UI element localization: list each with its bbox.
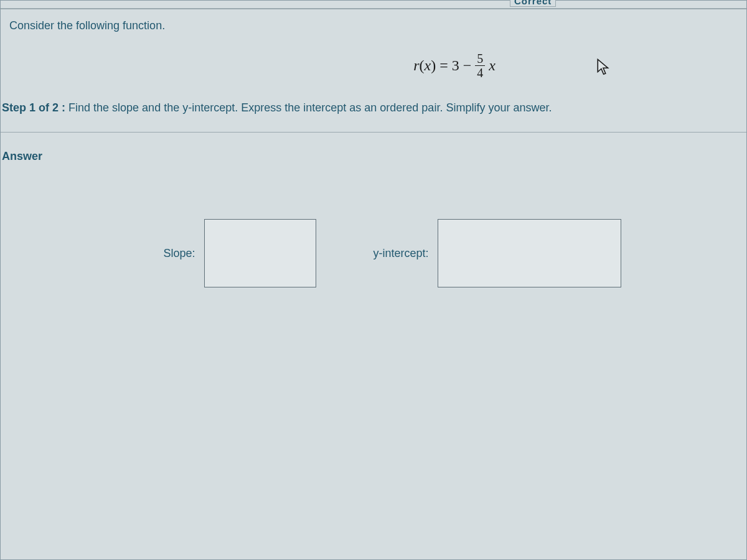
answer-heading: Answer	[1, 133, 746, 163]
func-var: x	[424, 57, 431, 73]
instruction-text: Consider the following function.	[1, 1, 746, 39]
status-badge: Correct	[510, 0, 556, 7]
step-instruction: Step 1 of 2 : Find the slope and the y-i…	[1, 95, 746, 132]
fraction: 5 4	[475, 52, 485, 79]
step-text: Find the slope and the y-intercept. Expr…	[68, 101, 552, 114]
equals-sign: =	[439, 57, 448, 74]
step-label: Step 1 of 2 :	[2, 101, 65, 114]
equation-lhs: r(x)	[413, 57, 436, 74]
fraction-numerator: 5	[475, 52, 485, 66]
cursor-icon	[595, 58, 611, 79]
slope-label: Slope:	[163, 247, 195, 260]
top-divider	[1, 8, 746, 9]
paren-close: )	[431, 57, 436, 73]
intercept-input[interactable]	[438, 219, 621, 287]
trailing-variable: x	[489, 57, 496, 74]
answer-inputs-row: Slope: y-intercept:	[1, 219, 746, 287]
fraction-denominator: 4	[477, 66, 483, 79]
minus-sign: −	[463, 57, 472, 74]
intercept-label: y-intercept:	[374, 247, 429, 260]
slope-input[interactable]	[204, 219, 316, 287]
equation-display: r(x) = 3 − 5 4 x	[82, 39, 747, 95]
question-panel: Correct Consider the following function.…	[0, 0, 747, 560]
constant-term: 3	[452, 57, 459, 74]
